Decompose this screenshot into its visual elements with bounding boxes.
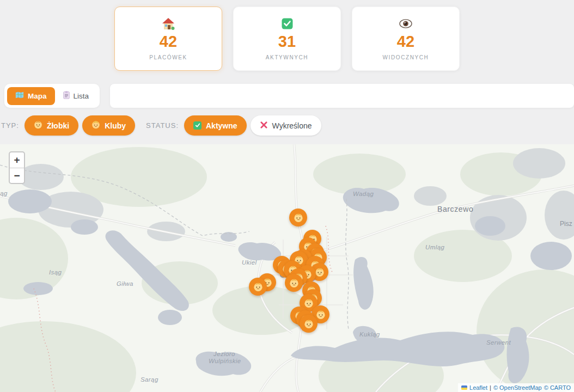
baby-face-icon [294,213,303,223]
zoom-out-button[interactable]: − [10,168,24,183]
map-icon [15,91,24,100]
stat-value: 42 [160,34,177,50]
house-icon [162,17,175,30]
filter-kluby-button[interactable]: Kluby [82,115,135,136]
stat-card-placowek[interactable]: 42 PLACÓWEK [114,7,222,71]
stat-label: WIDOCZNYCH [383,54,429,60]
filter-label-text: Aktywne [206,121,237,130]
attribution-separator: | [490,384,491,391]
tab-lista[interactable]: Lista [55,87,97,105]
x-icon [260,121,268,131]
stat-card-widocznych[interactable]: 42 WIDOCZNYCH [352,7,460,71]
stat-label: AKTYWNYCH [266,54,308,60]
stat-label: PLACÓWEK [149,54,187,60]
status-filter-label: STATUS: [146,121,179,130]
leaflet-map[interactable]: rągWadągBarczewoPiszUmlągUkielIsągGiłwaK… [0,144,574,392]
stat-value: 31 [278,34,296,50]
baby-face-icon [304,298,314,308]
controls-row: Mapa Lista [4,84,574,108]
tab-mapa[interactable]: Mapa [7,87,55,105]
filter-label-text: Wykreślone [272,121,312,130]
baby-face-icon [316,310,326,320]
baby-face-icon [304,319,314,329]
carto-link[interactable]: © CARTO [544,384,571,391]
filter-wykreslone-button[interactable]: Wykreślone [251,115,321,136]
filter-aktywne-button[interactable]: Aktywne [184,115,247,136]
check-icon [282,17,293,30]
facility-marker[interactable] [285,274,303,292]
baby-face-icon [289,278,299,288]
stats-row: 42 PLACÓWEK 31 AKTYWNYCH 42 WIDOCZNYCH [0,0,574,71]
stat-card-aktywnych[interactable]: 31 AKTYWNYCH [233,7,341,71]
facility-marker[interactable] [289,209,307,226]
ukraine-flag-icon [461,385,467,390]
filters-row: TYP: Żłobki Kluby STATUS: [1,115,574,136]
map-zoom-control: + − [9,151,25,184]
eye-icon [399,17,412,30]
list-icon [63,91,70,101]
filter-label-text: Kluby [105,121,126,130]
search-input[interactable] [110,84,574,108]
filter-label-text: Żłobki [47,121,69,130]
facility-marker[interactable] [300,315,317,333]
filter-zlobki-button[interactable]: Żłobki [25,115,78,136]
child-icon [91,120,100,131]
tab-label: Lista [74,92,89,100]
baby-face-icon [253,282,263,292]
check-icon [193,121,201,130]
facility-marker[interactable] [249,278,267,296]
tab-label: Mapa [28,92,47,100]
view-tab-bar: Mapa Lista [4,84,100,108]
baby-icon [34,120,42,131]
osm-link[interactable]: © OpenStreetMap [493,384,542,391]
stat-value: 42 [397,34,414,50]
baby-face-icon [315,267,325,277]
type-filter-label: TYP: [1,121,19,130]
leaflet-link[interactable]: Leaflet [469,384,487,391]
zoom-in-button[interactable]: + [10,152,24,168]
map-attribution: Leaflet | © OpenStreetMap © CARTO [458,383,574,392]
